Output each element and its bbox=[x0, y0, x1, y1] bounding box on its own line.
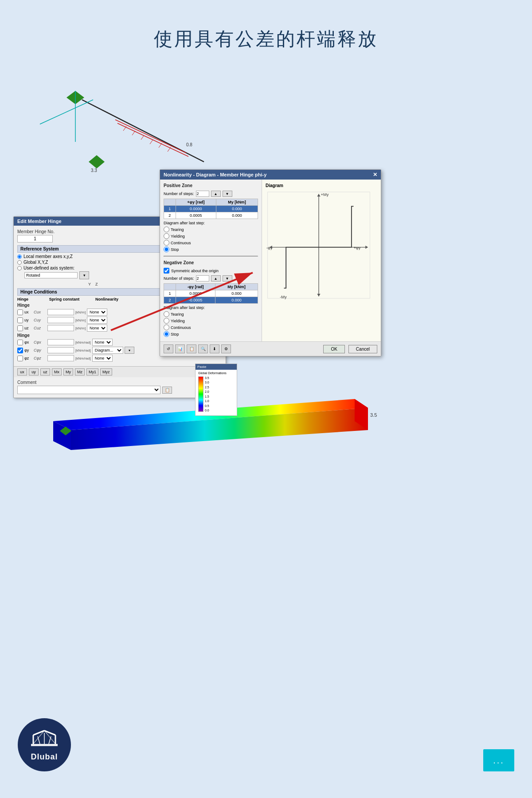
comment-input[interactable] bbox=[17, 386, 160, 394]
spring-cphiy-label: Cφy bbox=[34, 348, 46, 352]
nonlin-ux-select[interactable]: None bbox=[87, 309, 107, 316]
neg-steps-down[interactable]: ▼ bbox=[223, 275, 232, 282]
nonlin-icon-6[interactable]: ⚙ bbox=[221, 344, 231, 353]
dlubal-logo-icon bbox=[29, 728, 60, 751]
hinge-ux-name: ux bbox=[24, 310, 32, 314]
legend-mid6: 0.5 bbox=[205, 404, 209, 407]
toolbar-uz-btn[interactable]: uz bbox=[40, 368, 50, 376]
nonlin-uz-select[interactable]: None bbox=[87, 325, 107, 332]
user-axis-browse-btn[interactable]: ▾ bbox=[79, 271, 89, 279]
axis-line-1 bbox=[40, 100, 93, 124]
toolbar-ux-btn[interactable]: ux bbox=[17, 368, 27, 376]
spring-cphiy-input[interactable] bbox=[47, 347, 74, 353]
toolbar-uy-btn[interactable]: uy bbox=[29, 368, 39, 376]
nonlin-phiz-select[interactable]: None bbox=[92, 355, 113, 362]
tick-6 bbox=[168, 147, 171, 152]
diagram-title: Diagram bbox=[266, 183, 377, 188]
user-axis-input[interactable] bbox=[24, 272, 78, 278]
nonlin-uy-select[interactable]: None bbox=[87, 317, 107, 324]
z-axis-label: Z bbox=[95, 282, 98, 286]
pos-steps-row: Number of steps: ▲ ▼ bbox=[164, 191, 258, 197]
toolbar-mx-btn[interactable]: Mx bbox=[52, 368, 62, 376]
hinge-ux-check[interactable] bbox=[17, 309, 23, 315]
nonlin-icon-3[interactable]: 📋 bbox=[187, 344, 196, 353]
pos-row-1[interactable]: 1 0.0000 0.000 bbox=[164, 206, 258, 212]
pos-tearing-radio[interactable] bbox=[164, 227, 169, 232]
spring-cuy-input[interactable] bbox=[47, 317, 74, 323]
more-button[interactable]: ... bbox=[483, 749, 514, 771]
edit-hinge-title: Edit Member Hinge bbox=[17, 219, 62, 224]
pos-stop-radio[interactable] bbox=[164, 246, 169, 252]
neg-tearing-radio[interactable] bbox=[164, 311, 169, 317]
hinge-uz-check[interactable] bbox=[17, 325, 23, 331]
ref-local-radio[interactable] bbox=[17, 254, 22, 259]
toolbar-my-btn[interactable]: My bbox=[63, 368, 73, 376]
pos-row2-my[interactable]: 0.000 bbox=[216, 212, 258, 219]
pos-stop-label: Stop bbox=[171, 247, 179, 252]
nonlin-phix-select[interactable]: None bbox=[92, 339, 113, 346]
hinge-phiy-check[interactable] bbox=[17, 348, 23, 353]
nonlin-close-btn[interactable]: ✕ bbox=[373, 172, 377, 178]
neg-row1-step: 1 bbox=[164, 290, 176, 297]
nonlin-icon-1[interactable]: ↺ bbox=[164, 344, 173, 353]
hinge-phix-name: φx bbox=[24, 340, 32, 344]
pos-steps-input[interactable] bbox=[196, 191, 209, 197]
spring-cuz-label: Cuz bbox=[34, 326, 46, 330]
nonlin-body: Positive Zone Number of steps: ▲ ▼ +φy [… bbox=[160, 180, 381, 341]
pos-yielding-radio[interactable] bbox=[164, 233, 169, 239]
neg-row-1[interactable]: 1 0.0000 0.000 bbox=[164, 290, 258, 297]
neg-col-phi: -φy [rad] bbox=[176, 284, 215, 290]
pos-row1-phi[interactable]: 0.0000 bbox=[176, 206, 216, 212]
neg-after-options: Tearing Yielding Continuous Stop bbox=[164, 311, 258, 337]
hinge-phix-check[interactable] bbox=[17, 340, 23, 345]
legend-mid4: 1.5 bbox=[205, 395, 209, 398]
neg-continuous-radio[interactable] bbox=[164, 325, 169, 330]
pos-row1-my[interactable]: 0.000 bbox=[216, 206, 258, 212]
pos-continuous-radio[interactable] bbox=[164, 240, 169, 246]
nonlin-icon-4[interactable]: 🔍 bbox=[198, 344, 208, 353]
spring-cphix-input[interactable] bbox=[47, 339, 74, 345]
neg-row-2[interactable]: 2 -0.0005 0.000 bbox=[164, 297, 258, 304]
nonlin-icon-2[interactable]: 📊 bbox=[175, 344, 185, 353]
spring-cphiz-label: Cφz bbox=[34, 356, 46, 360]
nonlin-icon-5[interactable]: ⬇ bbox=[210, 344, 219, 353]
toolbar-mz-btn[interactable]: Mz bbox=[75, 368, 85, 376]
neg-yielding-radio[interactable] bbox=[164, 318, 169, 324]
spring-cuz-input[interactable] bbox=[47, 325, 74, 331]
tick-5 bbox=[159, 143, 162, 148]
plus-phi-label: +φy bbox=[353, 246, 360, 250]
neg-row2-my[interactable]: 0.000 bbox=[215, 297, 258, 304]
neg-after-label: Diagram after last step: bbox=[164, 305, 258, 310]
symmetric-check[interactable] bbox=[164, 268, 169, 274]
hinge-phiz-check[interactable] bbox=[17, 356, 23, 361]
unit-knm-ux: [kN/m] bbox=[75, 310, 86, 314]
nonlin-action-btns: OK Cancel bbox=[323, 345, 377, 353]
spring-cux-input[interactable] bbox=[47, 309, 74, 315]
pos-row2-phi[interactable]: 0.0005 bbox=[176, 212, 216, 219]
nonlin-cancel-btn[interactable]: Cancel bbox=[348, 345, 377, 353]
neg-steps-input[interactable] bbox=[196, 275, 209, 282]
comment-browse-btn[interactable]: 📋 bbox=[162, 387, 172, 394]
nonlin-footer: ↺ 📊 📋 🔍 ⬇ ⚙ OK Cancel bbox=[160, 341, 381, 356]
neg-row2-phi[interactable]: -0.0005 bbox=[176, 297, 215, 304]
hinge-uy-check[interactable] bbox=[17, 317, 23, 323]
neg-row1-phi[interactable]: 0.0000 bbox=[176, 290, 215, 297]
neg-stop-radio[interactable] bbox=[164, 331, 169, 337]
nonlin-phiy-select[interactable]: Diagram... None bbox=[92, 347, 123, 354]
neg-row1-my[interactable]: 0.000 bbox=[215, 290, 258, 297]
nonlin-ok-btn[interactable]: OK bbox=[323, 345, 344, 353]
ref-user-radio[interactable] bbox=[17, 266, 22, 270]
neg-steps-up[interactable]: ▲ bbox=[211, 275, 221, 282]
tick-2 bbox=[132, 131, 135, 135]
pos-row2-step: 2 bbox=[164, 212, 176, 219]
hinge-no-input[interactable]: 1 bbox=[17, 235, 53, 243]
pos-row-2[interactable]: 2 0.0005 0.000 bbox=[164, 212, 258, 219]
toolbar-myz-btn[interactable]: Myz bbox=[100, 368, 112, 376]
pos-steps-up[interactable]: ▲ bbox=[211, 191, 221, 197]
spring-cphiz-input[interactable] bbox=[47, 355, 74, 361]
pos-steps-down[interactable]: ▼ bbox=[223, 191, 232, 197]
more-button-label: ... bbox=[493, 755, 505, 766]
phiy-expand-btn[interactable]: ▾ bbox=[125, 347, 134, 354]
ref-global-radio[interactable] bbox=[17, 260, 22, 265]
toolbar-my1-btn[interactable]: My1 bbox=[86, 368, 98, 376]
